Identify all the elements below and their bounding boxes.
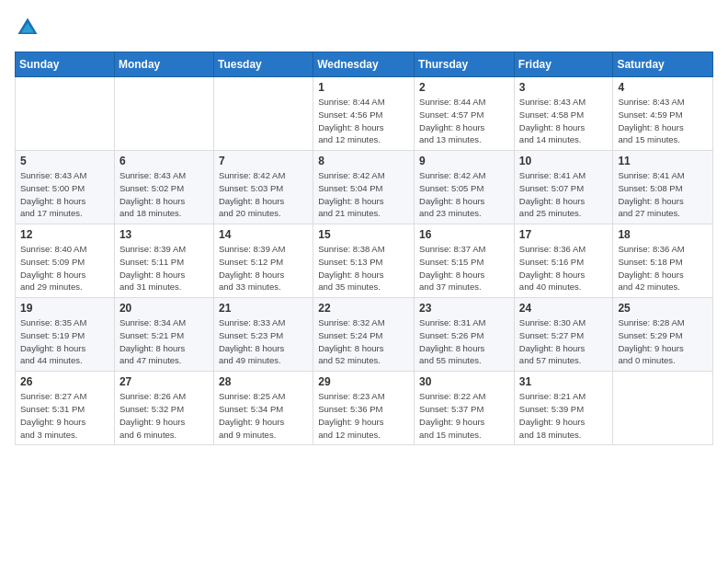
calendar-day-cell: 20Sunrise: 8:34 AM Sunset: 5:21 PM Dayli… <box>114 298 213 372</box>
day-number: 13 <box>119 228 209 241</box>
day-number: 26 <box>20 375 109 388</box>
day-info: Sunrise: 8:37 AM Sunset: 5:15 PM Dayligh… <box>419 243 509 293</box>
calendar-day-cell: 6Sunrise: 8:43 AM Sunset: 5:02 PM Daylig… <box>114 151 213 224</box>
day-info: Sunrise: 8:41 AM Sunset: 5:07 PM Dayligh… <box>519 169 609 220</box>
calendar-day-cell: 30Sunrise: 8:22 AM Sunset: 5:37 PM Dayli… <box>415 372 515 445</box>
day-info: Sunrise: 8:35 AM Sunset: 5:19 PM Dayligh… <box>20 316 109 367</box>
day-info: Sunrise: 8:27 AM Sunset: 5:31 PM Dayligh… <box>20 390 109 441</box>
weekday-header: Wednesday <box>313 52 415 77</box>
day-info: Sunrise: 8:22 AM Sunset: 5:37 PM Dayligh… <box>419 390 509 441</box>
day-number: 29 <box>318 375 409 388</box>
calendar-day-cell: 2Sunrise: 8:44 AM Sunset: 4:57 PM Daylig… <box>415 77 515 151</box>
calendar-day-cell: 26Sunrise: 8:27 AM Sunset: 5:31 PM Dayli… <box>16 372 115 445</box>
calendar-week-row: 1Sunrise: 8:44 AM Sunset: 4:56 PM Daylig… <box>16 77 713 151</box>
day-info: Sunrise: 8:26 AM Sunset: 5:32 PM Dayligh… <box>119 390 209 441</box>
weekday-header: Thursday <box>415 52 515 77</box>
calendar-day-cell: 24Sunrise: 8:30 AM Sunset: 5:27 PM Dayli… <box>514 298 613 372</box>
calendar-day-cell: 16Sunrise: 8:37 AM Sunset: 5:15 PM Dayli… <box>415 224 515 298</box>
day-info: Sunrise: 8:34 AM Sunset: 5:21 PM Dayligh… <box>119 316 209 367</box>
day-number: 25 <box>618 302 708 315</box>
day-number: 19 <box>20 302 109 315</box>
calendar-day-cell: 4Sunrise: 8:43 AM Sunset: 4:59 PM Daylig… <box>613 77 713 151</box>
calendar-day-cell: 31Sunrise: 8:21 AM Sunset: 5:39 PM Dayli… <box>514 372 613 445</box>
calendar-day-cell: 22Sunrise: 8:32 AM Sunset: 5:24 PM Dayli… <box>313 298 415 372</box>
day-info: Sunrise: 8:25 AM Sunset: 5:34 PM Dayligh… <box>219 390 308 441</box>
day-number: 1 <box>318 81 409 94</box>
day-info: Sunrise: 8:40 AM Sunset: 5:09 PM Dayligh… <box>20 243 109 293</box>
day-info: Sunrise: 8:33 AM Sunset: 5:23 PM Dayligh… <box>219 316 308 367</box>
calendar-day-cell <box>16 77 115 151</box>
day-number: 17 <box>519 228 609 241</box>
day-number: 16 <box>419 228 509 241</box>
calendar-week-row: 5Sunrise: 8:43 AM Sunset: 5:00 PM Daylig… <box>16 151 713 224</box>
day-number: 15 <box>318 228 409 241</box>
day-info: Sunrise: 8:23 AM Sunset: 5:36 PM Dayligh… <box>318 390 409 441</box>
day-info: Sunrise: 8:42 AM Sunset: 5:04 PM Dayligh… <box>318 169 409 220</box>
weekday-header: Friday <box>514 52 613 77</box>
calendar-day-cell <box>114 77 213 151</box>
day-info: Sunrise: 8:42 AM Sunset: 5:03 PM Dayligh… <box>219 169 308 220</box>
calendar-week-row: 12Sunrise: 8:40 AM Sunset: 5:09 PM Dayli… <box>16 224 713 298</box>
calendar-day-cell: 8Sunrise: 8:42 AM Sunset: 5:04 PM Daylig… <box>313 151 415 224</box>
calendar-day-cell: 17Sunrise: 8:36 AM Sunset: 5:16 PM Dayli… <box>514 224 613 298</box>
day-number: 30 <box>419 375 509 388</box>
calendar-day-cell: 25Sunrise: 8:28 AM Sunset: 5:29 PM Dayli… <box>613 298 713 372</box>
weekday-header: Monday <box>114 52 213 77</box>
weekday-header: Sunday <box>16 52 115 77</box>
day-info: Sunrise: 8:44 AM Sunset: 4:57 PM Dayligh… <box>419 96 509 146</box>
day-info: Sunrise: 8:44 AM Sunset: 4:56 PM Dayligh… <box>318 96 409 146</box>
calendar-day-cell: 5Sunrise: 8:43 AM Sunset: 5:00 PM Daylig… <box>16 151 115 224</box>
calendar-day-cell: 23Sunrise: 8:31 AM Sunset: 5:26 PM Dayli… <box>415 298 515 372</box>
calendar-day-cell: 10Sunrise: 8:41 AM Sunset: 5:07 PM Dayli… <box>514 151 613 224</box>
calendar-day-cell <box>213 77 313 151</box>
day-number: 23 <box>419 302 509 315</box>
calendar-day-cell: 11Sunrise: 8:41 AM Sunset: 5:08 PM Dayli… <box>613 151 713 224</box>
day-info: Sunrise: 8:28 AM Sunset: 5:29 PM Dayligh… <box>618 316 708 367</box>
day-info: Sunrise: 8:39 AM Sunset: 5:12 PM Dayligh… <box>219 243 308 293</box>
day-number: 2 <box>419 81 509 94</box>
calendar-day-cell: 12Sunrise: 8:40 AM Sunset: 5:09 PM Dayli… <box>16 224 115 298</box>
day-number: 9 <box>419 155 509 167</box>
calendar-day-cell: 14Sunrise: 8:39 AM Sunset: 5:12 PM Dayli… <box>213 224 313 298</box>
calendar-day-cell: 19Sunrise: 8:35 AM Sunset: 5:19 PM Dayli… <box>16 298 115 372</box>
day-info: Sunrise: 8:43 AM Sunset: 5:02 PM Dayligh… <box>119 169 209 220</box>
logo <box>15 15 44 40</box>
day-info: Sunrise: 8:43 AM Sunset: 5:00 PM Dayligh… <box>20 169 109 220</box>
page-header <box>15 15 713 40</box>
day-info: Sunrise: 8:36 AM Sunset: 5:16 PM Dayligh… <box>519 243 609 293</box>
day-number: 22 <box>318 302 409 315</box>
day-info: Sunrise: 8:30 AM Sunset: 5:27 PM Dayligh… <box>519 316 609 367</box>
day-info: Sunrise: 8:31 AM Sunset: 5:26 PM Dayligh… <box>419 316 509 367</box>
logo-icon <box>15 15 40 40</box>
calendar-header-row: SundayMondayTuesdayWednesdayThursdayFrid… <box>16 52 713 77</box>
calendar-day-cell: 29Sunrise: 8:23 AM Sunset: 5:36 PM Dayli… <box>313 372 415 445</box>
calendar-day-cell: 18Sunrise: 8:36 AM Sunset: 5:18 PM Dayli… <box>613 224 713 298</box>
day-number: 7 <box>219 155 308 167</box>
calendar-week-row: 26Sunrise: 8:27 AM Sunset: 5:31 PM Dayli… <box>16 372 713 445</box>
day-number: 24 <box>519 302 609 315</box>
day-number: 27 <box>119 375 209 388</box>
day-info: Sunrise: 8:39 AM Sunset: 5:11 PM Dayligh… <box>119 243 209 293</box>
day-info: Sunrise: 8:41 AM Sunset: 5:08 PM Dayligh… <box>618 169 708 220</box>
day-number: 20 <box>119 302 209 315</box>
calendar-day-cell: 27Sunrise: 8:26 AM Sunset: 5:32 PM Dayli… <box>114 372 213 445</box>
weekday-header: Tuesday <box>213 52 313 77</box>
weekday-header: Saturday <box>613 52 713 77</box>
calendar-day-cell: 15Sunrise: 8:38 AM Sunset: 5:13 PM Dayli… <box>313 224 415 298</box>
day-number: 18 <box>618 228 708 241</box>
day-number: 14 <box>219 228 308 241</box>
day-number: 11 <box>618 155 708 167</box>
calendar-day-cell: 7Sunrise: 8:42 AM Sunset: 5:03 PM Daylig… <box>213 151 313 224</box>
day-number: 10 <box>519 155 609 167</box>
day-number: 31 <box>519 375 609 388</box>
day-info: Sunrise: 8:43 AM Sunset: 4:58 PM Dayligh… <box>519 96 609 146</box>
day-number: 3 <box>519 81 609 94</box>
calendar-day-cell: 28Sunrise: 8:25 AM Sunset: 5:34 PM Dayli… <box>213 372 313 445</box>
day-number: 28 <box>219 375 308 388</box>
day-info: Sunrise: 8:42 AM Sunset: 5:05 PM Dayligh… <box>419 169 509 220</box>
calendar-week-row: 19Sunrise: 8:35 AM Sunset: 5:19 PM Dayli… <box>16 298 713 372</box>
calendar-day-cell: 21Sunrise: 8:33 AM Sunset: 5:23 PM Dayli… <box>213 298 313 372</box>
calendar-day-cell: 13Sunrise: 8:39 AM Sunset: 5:11 PM Dayli… <box>114 224 213 298</box>
calendar-day-cell: 1Sunrise: 8:44 AM Sunset: 4:56 PM Daylig… <box>313 77 415 151</box>
calendar-day-cell: 9Sunrise: 8:42 AM Sunset: 5:05 PM Daylig… <box>415 151 515 224</box>
